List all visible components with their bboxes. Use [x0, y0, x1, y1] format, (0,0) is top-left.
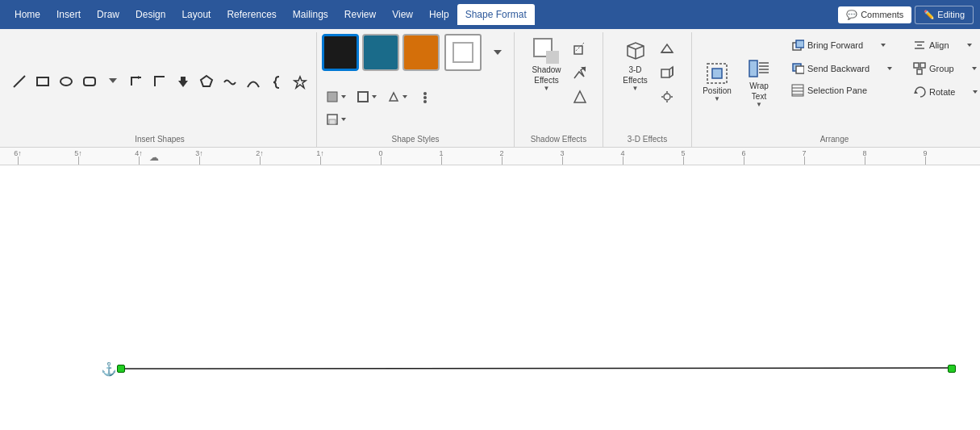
3d-depth-btn[interactable] [656, 61, 678, 84]
send-backward-label: Send Backward [807, 64, 869, 73]
3d-effects-label2: Effects [623, 76, 647, 85]
selection-pane-label: Selection Pane [807, 86, 867, 95]
bring-forward-icon [791, 39, 804, 52]
elbow-arrow-tool[interactable] [125, 70, 148, 93]
menu-shape-format[interactable]: Shape Format [457, 4, 535, 25]
comments-button[interactable]: 💬 Comments [838, 6, 911, 23]
send-backward-btn[interactable]: Send Backward [784, 59, 877, 78]
rounded-rect-tool[interactable] [78, 70, 101, 93]
effects-row [322, 108, 351, 131]
styles-more-icon [420, 90, 430, 103]
brace-icon [269, 75, 284, 90]
menu-layout[interactable]: Layout [173, 4, 219, 25]
shape-fill-btn[interactable] [322, 86, 351, 108]
more-shapes-btn[interactable] [102, 70, 124, 93]
shadow-effects-label2: Effects [534, 76, 558, 85]
menu-references[interactable]: References [219, 4, 284, 25]
selection-pane-icon [791, 84, 804, 97]
oval-tool[interactable] [55, 70, 77, 93]
3d-lighting-btn[interactable] [656, 86, 678, 108]
editing-button[interactable]: ✏️ Editing [915, 6, 974, 24]
svg-point-17 [423, 92, 427, 95]
pentagon-tool[interactable] [195, 70, 218, 93]
document-area: ⚓ [0, 165, 980, 430]
change-shape-icon [387, 90, 400, 103]
shape-fill-arrow [340, 94, 347, 100]
arc-tool[interactable] [242, 71, 265, 94]
wave-tool[interactable] [219, 71, 241, 94]
shadow-offset-btn[interactable] [569, 61, 591, 84]
svg-marker-8 [201, 76, 212, 86]
menu-draw[interactable]: Draw [89, 4, 127, 25]
swatch-outline[interactable] [444, 34, 482, 71]
shadow-scale-btn[interactable] [569, 86, 591, 108]
outline-icon [451, 40, 475, 65]
shape-outline-btn[interactable] [352, 86, 382, 108]
shadow-effects-label: Shadow [532, 65, 561, 74]
line-svg [117, 357, 956, 381]
style-modifiers [322, 86, 436, 108]
comment-icon: 💬 [846, 10, 857, 20]
menu-help[interactable]: Help [421, 4, 457, 25]
menu-home[interactable]: Home [6, 4, 48, 25]
3d-section-label: 3-D Effects [603, 135, 691, 144]
group-btn[interactable]: Group [906, 59, 961, 78]
menu-mailings[interactable]: Mailings [285, 4, 336, 25]
line-handle-left[interactable] [117, 365, 125, 373]
effects-arrow [340, 116, 347, 123]
menu-view[interactable]: View [384, 4, 421, 25]
align-btn[interactable]: Align [906, 35, 956, 55]
line-tool[interactable] [8, 70, 31, 93]
svg-marker-4 [109, 78, 117, 83]
styles-more-btn[interactable] [414, 86, 436, 108]
rotate-icon [913, 86, 926, 98]
shadow-align-btn[interactable] [569, 37, 591, 60]
bring-forward-btn[interactable]: Bring Forward [784, 35, 870, 55]
3d-effects-btn[interactable]: 3-D Effects ▼ [617, 34, 654, 96]
style-dropdown-btn[interactable] [486, 41, 509, 64]
star-icon [293, 75, 307, 90]
down-arrow-tool[interactable] [172, 70, 194, 93]
shape-outline-icon [357, 90, 369, 103]
rect-tool[interactable] [31, 70, 54, 93]
group-row: Group [906, 57, 980, 80]
3d-tilt-btn[interactable] [656, 37, 678, 60]
menu-insert[interactable]: Insert [48, 4, 89, 25]
wave-icon [223, 75, 237, 90]
menu-review[interactable]: Review [336, 4, 384, 25]
svg-point-18 [423, 96, 427, 99]
svg-rect-7 [181, 77, 186, 81]
rotate-btn[interactable]: Rotate [906, 82, 962, 102]
down-arrow-icon [176, 74, 190, 89]
bring-forward-dropdown[interactable] [872, 34, 895, 56]
svg-line-0 [14, 76, 25, 87]
insert-shapes-label: Insert Shapes [3, 135, 316, 144]
swatch-teal[interactable] [362, 34, 399, 71]
brace-tool[interactable] [265, 71, 288, 94]
star-tool[interactable] [289, 71, 311, 94]
change-shape-btn[interactable] [383, 86, 412, 108]
position-btn[interactable]: Position ▼ [697, 34, 737, 131]
corner-tool[interactable] [148, 70, 171, 93]
align-row: Align [906, 34, 980, 56]
shape-effects-btn[interactable] [322, 108, 351, 131]
rotate-dropdown[interactable] [964, 81, 980, 103]
document-page: ⚓ [0, 165, 980, 430]
line-handle-right[interactable] [948, 365, 956, 373]
wrap-text-btn[interactable]: Wrap Text ▼ [739, 34, 779, 131]
svg-marker-29 [661, 44, 673, 52]
shadow-effects-section: Shadow Effects ▼ [515, 32, 603, 147]
align-dropdown[interactable] [958, 34, 980, 56]
svg-rect-49 [796, 66, 804, 73]
corner-icon [152, 74, 167, 89]
group-dropdown[interactable] [963, 57, 980, 80]
swatch-black[interactable] [322, 34, 359, 71]
swatch-orange[interactable] [402, 34, 440, 71]
shadow-effects-btn[interactable]: Shadow Effects ▼ [526, 34, 566, 96]
selection-pane-btn[interactable]: Selection Pane [784, 81, 874, 100]
send-backward-dropdown[interactable] [878, 57, 901, 80]
menu-design[interactable]: Design [127, 4, 173, 25]
svg-rect-40 [749, 61, 757, 77]
wrap-text-icon [748, 57, 770, 80]
svg-rect-59 [914, 63, 919, 68]
